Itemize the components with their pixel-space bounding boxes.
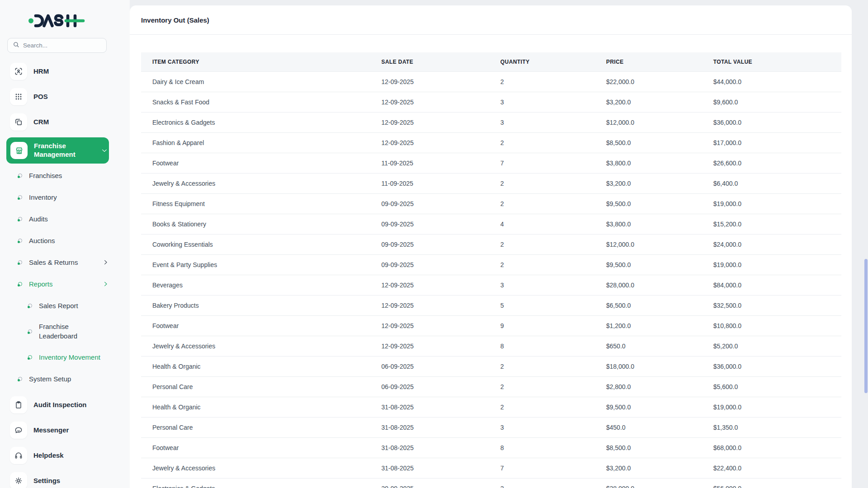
- sidebar-item-crm[interactable]: CRM: [6, 112, 109, 132]
- store-icon: [10, 142, 28, 159]
- sidebar-item-franchises[interactable]: Franchises: [6, 170, 109, 181]
- cell-price: $9,500.0: [595, 255, 702, 275]
- cell-price: $8,500.0: [595, 133, 702, 153]
- cell-item-category: Personal Care: [141, 418, 370, 438]
- sidebar-item-helpdesk[interactable]: Helpdesk: [6, 446, 109, 465]
- sidebar-item-sales-report[interactable]: Sales Report: [6, 300, 109, 311]
- sidebar-item-label: Audits: [29, 214, 109, 224]
- chevron-down-icon: [101, 147, 108, 154]
- cell-item-category: Personal Care: [141, 377, 370, 397]
- cell-quantity: 4: [489, 214, 595, 235]
- bullet-icon: [18, 260, 22, 264]
- sidebar-item-label: Helpdesk: [33, 451, 109, 460]
- cell-item-category: Snacks & Fast Food: [141, 92, 370, 113]
- cell-total-value: $36,000.0: [702, 357, 841, 377]
- cell-item-category: Jewelry & Accessories: [141, 336, 370, 357]
- cell-quantity: 2: [489, 357, 595, 377]
- search-box[interactable]: [7, 38, 107, 53]
- sidebar-item-auctions[interactable]: Auctions: [6, 235, 109, 246]
- table-row: Electronics & Gadgets12-09-20253$12,000.…: [141, 113, 841, 133]
- cell-sale-date: 12-09-2025: [370, 336, 489, 357]
- cell-price: $28,000.0: [595, 275, 702, 296]
- sidebar-item-sales-returns[interactable]: Sales & Returns: [6, 257, 109, 267]
- sidebar-item-settings[interactable]: Settings: [6, 471, 109, 488]
- sidebar-nav: HRMPOSCRMFranchise ManagementFranchisesI…: [0, 61, 130, 488]
- cell-quantity: 2: [489, 397, 595, 418]
- cell-price: $3,200.0: [595, 174, 702, 194]
- column-header-item-category: ITEM CATEGORY: [141, 52, 370, 72]
- sidebar-item-reports[interactable]: Reports: [6, 278, 109, 289]
- column-header-total-value: TOTAL VALUE: [702, 52, 841, 72]
- cell-item-category: Footwear: [141, 153, 370, 174]
- cell-item-category: Books & Stationery: [141, 214, 370, 235]
- sidebar-item-messenger[interactable]: Messenger: [6, 420, 109, 440]
- cell-item-category: Footwear: [141, 438, 370, 458]
- cell-sale-date: 12-09-2025: [370, 113, 489, 133]
- bullet-icon: [18, 377, 22, 381]
- cell-total-value: $56,000.0: [702, 479, 841, 488]
- card-header: Inventory Out (Sales): [130, 5, 852, 35]
- cell-price: $2,800.0: [595, 377, 702, 397]
- sidebar-item-label: Sales Report: [39, 301, 102, 310]
- column-header-quantity: QUANTITY: [489, 52, 595, 72]
- sidebar-item-label: Franchise Leaderboard: [39, 322, 102, 341]
- cell-price: $9,500.0: [595, 397, 702, 418]
- sidebar-item-label: Inventory: [29, 192, 109, 202]
- cell-item-category: Health & Organic: [141, 397, 370, 418]
- cell-quantity: 3: [489, 418, 595, 438]
- sidebar-item-franchise-leaderboard[interactable]: Franchise Leaderboard: [6, 322, 109, 341]
- vertical-scrollbar-track[interactable]: [861, 0, 868, 488]
- cell-total-value: $19,000.0: [702, 194, 841, 214]
- sidebar-item-pos[interactable]: POS: [6, 87, 109, 107]
- sidebar-item-label: POS: [33, 93, 102, 101]
- chevron-right-icon: [102, 402, 109, 408]
- sidebar-item-franchise-management[interactable]: Franchise Management: [6, 137, 109, 164]
- sidebar-item-label: Messenger: [33, 426, 109, 435]
- chevron-right-icon: [102, 94, 109, 100]
- cell-sale-date: 12-09-2025: [370, 133, 489, 153]
- table-row: Jewelry & Accessories31-08-20257$3,200.0…: [141, 458, 841, 479]
- sidebar-item-audit-inspection[interactable]: Audit Inspection: [6, 395, 109, 415]
- sidebar-item-inventory[interactable]: Inventory: [6, 192, 109, 202]
- cell-quantity: 2: [489, 377, 595, 397]
- sidebar-item-inventory-movement[interactable]: Inventory Movement: [6, 352, 109, 362]
- cell-total-value: $32,500.0: [702, 296, 841, 316]
- cell-item-category: Electronics & Gadgets: [141, 479, 370, 488]
- sidebar-item-label: Sales & Returns: [29, 258, 102, 267]
- cell-total-value: $19,000.0: [702, 397, 841, 418]
- content-card: Inventory Out (Sales) ITEM CATEGORYSALE …: [130, 5, 852, 488]
- table-header-row: ITEM CATEGORYSALE DATEQUANTITYPRICETOTAL…: [141, 52, 841, 72]
- sidebar-item-label: System Setup: [29, 374, 109, 384]
- cell-total-value: $68,000.0: [702, 438, 841, 458]
- cell-quantity: 2: [489, 479, 595, 488]
- sidebar-item-audits[interactable]: Audits: [6, 213, 109, 224]
- cell-total-value: $5,200.0: [702, 336, 841, 357]
- chevron-right-icon: [102, 119, 109, 126]
- cell-sale-date: 12-09-2025: [370, 296, 489, 316]
- sidebar-item-system-setup[interactable]: System Setup: [6, 373, 109, 384]
- scrollbar-thumb[interactable]: [864, 259, 868, 393]
- chevron-right-icon: [102, 478, 109, 484]
- cell-sale-date: 11-09-2025: [370, 153, 489, 174]
- bullet-icon: [28, 304, 32, 308]
- cell-quantity: 7: [489, 458, 595, 479]
- cell-total-value: $22,400.0: [702, 458, 841, 479]
- table-row: Snacks & Fast Food12-09-20253$3,200.0$9,…: [141, 92, 841, 113]
- cell-price: $12,000.0: [595, 113, 702, 133]
- headset-icon: [10, 447, 27, 464]
- cell-sale-date: 12-09-2025: [370, 72, 489, 92]
- cell-total-value: $1,350.0: [702, 418, 841, 438]
- sidebar-item-hrm[interactable]: HRM: [6, 61, 109, 81]
- cell-price: $28,000.0: [595, 479, 702, 488]
- cell-total-value: $24,000.0: [702, 235, 841, 255]
- table-row: Fitness Equipment09-09-20252$9,500.0$19,…: [141, 194, 841, 214]
- cell-sale-date: 09-09-2025: [370, 214, 489, 235]
- search-icon: [13, 41, 19, 50]
- search-input[interactable]: [23, 42, 101, 49]
- dash-logo: [28, 12, 130, 29]
- table-row: Health & Organic31-08-20252$9,500.0$19,0…: [141, 397, 841, 418]
- cell-sale-date: 31-08-2025: [370, 418, 489, 438]
- bullet-icon: [18, 239, 22, 243]
- clipboard-icon: [10, 396, 27, 413]
- bullet-icon: [18, 217, 22, 221]
